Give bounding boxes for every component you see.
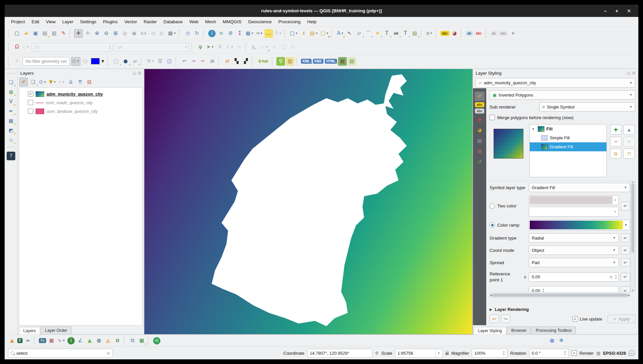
duplicate-symbol-layer-button[interactable]: ⧉ (610, 149, 621, 159)
lock-color-button[interactable]: ⊓ (623, 149, 635, 159)
data-defined-override-button[interactable]: ↵ (621, 258, 630, 267)
expander-right-icon[interactable]: ▶ (490, 308, 492, 311)
layer-labeling[interactable]: abc (440, 31, 449, 36)
tab-browser[interactable]: Browser (507, 327, 531, 334)
new-spatialite-layer[interactable]: ✒✳ (7, 107, 15, 115)
maximize-button[interactable]: + (615, 5, 618, 17)
new-project[interactable]: ▢ (13, 29, 21, 38)
tab-processing-toolbox[interactable]: Processing Toolbox (531, 327, 576, 334)
new-print-layout[interactable]: ▤✳ (41, 29, 49, 38)
open-attribute-table[interactable]: ▦▼ (245, 29, 255, 38)
new-mesh-layer[interactable]: ▦✳ (7, 116, 15, 125)
copy-pages-tool[interactable]: ⧉ (128, 336, 137, 345)
qgis-hub[interactable]: Q hub (257, 59, 270, 64)
crs-status-label[interactable]: EPSG:4326 (603, 351, 626, 356)
rotation-input[interactable]: 0.0 ° ▲▼ (529, 349, 569, 358)
kmz-export[interactable]: KMZ (313, 59, 323, 64)
title-bar[interactable]: rules-and-symbol-levels — QGIS [BNHR_tra… (5, 5, 638, 17)
new-scratch-point-layer[interactable]: ●+ (121, 57, 130, 66)
tab-callouts[interactable]: abc (475, 109, 484, 113)
style-manager[interactable]: ✎ (59, 29, 68, 38)
spinner-arrows[interactable]: ▲▼ (564, 350, 566, 355)
data-defined-override-button[interactable]: ↵ (621, 273, 630, 281)
new-map-view[interactable]: ▦▼ (167, 29, 177, 38)
styling-layer-selector[interactable]: ▱ adm_municity_quezon_city ▼ (476, 78, 635, 88)
coord-mode-combo[interactable]: Object ▼ (529, 246, 619, 255)
layers-panel-close-icon[interactable]: ☒ (138, 71, 141, 75)
tab-symbology[interactable]: ✐ (475, 92, 485, 101)
layer-name[interactable]: osm_roads_quezon_city (46, 100, 93, 105)
layer-diagram[interactable]: ◕ (450, 29, 459, 38)
tab-masks[interactable]: ◆ (475, 115, 485, 124)
scroll-right-arrow[interactable]: ▶ (628, 294, 630, 297)
curved-label-tool[interactable]: ⌐ (180, 57, 189, 66)
add-table-tool[interactable]: ▦+ (138, 336, 146, 345)
styling-panel-float-icon[interactable]: ◱ (627, 71, 630, 75)
menu-vector[interactable]: Vector (121, 18, 140, 25)
select-vertex[interactable]: ✗▼ (225, 43, 234, 51)
tab-labels[interactable]: abc (475, 102, 484, 107)
tab-dependencies[interactable]: ⊞ (475, 147, 485, 156)
menu-geoscience[interactable]: Geoscience (245, 18, 275, 25)
hatch-lines-tool[interactable]: /// (208, 57, 217, 66)
osm-place-search[interactable]: ⚲ (276, 57, 285, 66)
share-tool[interactable]: < (153, 337, 160, 344)
scale-combo[interactable]: 1:85756 ▼ (395, 349, 443, 358)
remove-layer[interactable]: ⊟ (85, 78, 94, 86)
annotation-select[interactable]: ↖ (345, 29, 354, 38)
select-features[interactable]: ▢▼ (289, 29, 299, 38)
symbol-layer-type-combo[interactable]: Gradient Fill ▼ (529, 183, 630, 192)
open-project[interactable]: ▰ (22, 29, 31, 38)
menu-processing[interactable]: Processing (275, 18, 304, 25)
processing-toolbox-button[interactable]: ⚙ (226, 29, 235, 38)
filter-legend[interactable]: ▼▼ (48, 78, 57, 86)
add-group[interactable]: ❏+ (29, 78, 37, 86)
form-annotation[interactable]: ⟨⟩▼ (425, 29, 434, 38)
scroll-up-arrow[interactable]: ▲ (632, 181, 634, 183)
menu-mmqgis[interactable]: MMQGIS (220, 18, 244, 25)
symbol-tree-gradient-fill-row[interactable]: Gradient Fill (530, 142, 606, 151)
clear-filter[interactable]: ✗ (13, 57, 21, 66)
layer-name[interactable]: osm_landuse_quezon_city (46, 109, 98, 114)
copy-features[interactable]: ❏ (279, 43, 288, 51)
render-checkbox[interactable]: ✓ (572, 350, 577, 356)
notes-tool[interactable]: ▤ (347, 57, 356, 66)
rotate-feature[interactable]: ↻ (289, 43, 297, 51)
apply-button[interactable]: ✓ Apply (607, 315, 635, 323)
spread-combo[interactable]: Pad ▼ (529, 258, 619, 267)
leaf-layers-tool[interactable]: ✿ (113, 336, 122, 345)
spinner-arrows[interactable]: ▲▼ (503, 350, 505, 355)
construction-mode[interactable]: ▭➜▼ (259, 43, 269, 51)
data-source-manager[interactable]: ❏+ (7, 78, 15, 87)
messages-bubble-icon[interactable]: ••• (629, 350, 635, 356)
red-curve-tool[interactable]: ⌐ (199, 57, 207, 66)
matlab-bridge[interactable]: ◭ (104, 336, 113, 345)
move-label[interactable]: ab (490, 31, 498, 36)
filter-visibility-toggle[interactable]: ⊙▼ (71, 57, 81, 66)
save-project[interactable]: ▣ (31, 29, 40, 38)
menu-layer[interactable]: Layer (59, 18, 76, 25)
pin-labels[interactable]: ab (466, 31, 473, 36)
flag-white-tool[interactable]: ▚ (232, 57, 241, 66)
layout-panel[interactable]: ◫ (165, 57, 174, 66)
symbol-tree-fill-row[interactable]: ▼ Fill (530, 124, 606, 133)
magnifier-input[interactable]: 100% ▲▼ (472, 349, 507, 358)
new-shapefile-layer[interactable]: V✳ (7, 97, 15, 106)
data-defined-override-button[interactable]: ↵ (621, 246, 630, 255)
lock-scale-icon[interactable] (445, 352, 449, 355)
filter-by-expression[interactable]: ε▼ (58, 78, 66, 86)
statistical-summary[interactable]: ≡ (217, 29, 226, 38)
open-layer-styling[interactable]: ✐ (19, 78, 28, 86)
menu-edit[interactable]: Edit (29, 18, 42, 25)
layer-visibility-checkbox[interactable] (28, 100, 33, 105)
snapping-toggle[interactable]: Ω (13, 43, 21, 51)
create-text-annotation[interactable]: T+ (383, 29, 391, 38)
identify-features[interactable]: i (208, 30, 216, 37)
cad-tools[interactable]: ◺ (250, 43, 258, 51)
gradient-color-2-swatch[interactable]: ▼ (529, 207, 619, 217)
select-by-form[interactable]: ▤▼ (309, 29, 319, 38)
vertical-scrollbar[interactable]: ▲ ▼ (630, 181, 635, 292)
temporal-controller[interactable]: ◷ (183, 29, 192, 38)
pan-to-selection[interactable]: ✛ (83, 29, 92, 38)
layer-item-adm_municity_quezon_city[interactable]: ✓adm_municity_quezon_city (21, 90, 141, 98)
